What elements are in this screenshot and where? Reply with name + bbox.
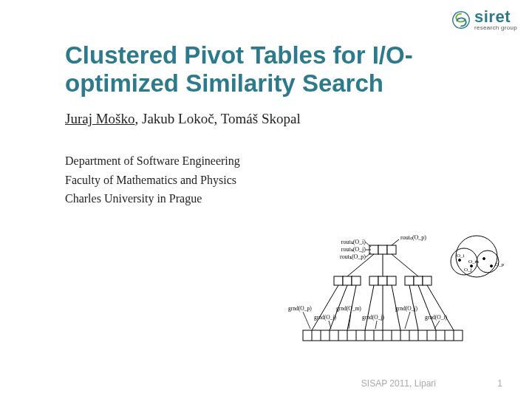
svg-rect-20 — [414, 276, 423, 285]
diagram-label: grnd(O_j) — [362, 314, 384, 321]
footer-venue: SISAP 2011, Lipari — [361, 378, 436, 389]
diagram-label: grnd(O_j) — [395, 305, 417, 312]
svg-line-30 — [427, 285, 454, 330]
logo-name: siret — [474, 9, 517, 25]
svg-line-22 — [312, 285, 338, 330]
logo: siret research group — [451, 9, 517, 31]
svg-rect-15 — [352, 276, 361, 285]
svg-point-6 — [491, 265, 493, 267]
svg-line-29 — [418, 285, 436, 330]
affiliation-line: Charles University in Prague — [65, 189, 240, 208]
svg-rect-17 — [378, 276, 387, 285]
affiliation-line: Department of Software Engineering — [65, 151, 240, 171]
diagram-label: grnd(O_i) — [425, 314, 447, 321]
svg-line-25 — [365, 285, 374, 330]
diagram-label: rout₁(O_j) — [341, 246, 366, 253]
tree-diagram: O_i O_j O_p O_m rout₁(O_i) rout₁(O_j) ro… — [273, 231, 517, 364]
svg-rect-18 — [387, 276, 396, 285]
diagram-label: rout₁(O_i) — [341, 239, 366, 245]
svg-rect-16 — [369, 276, 378, 285]
footer-page: 1 — [497, 378, 502, 389]
svg-point-3 — [459, 259, 461, 262]
diagram-label: grnd(O_i) — [314, 314, 336, 321]
diagram-label: grnd(O_p) — [288, 305, 312, 312]
diagram-label: rout₀(O_p) — [400, 234, 426, 241]
authors: Juraj Moško, Jakub Lokoč, Tomáš Skopal — [65, 111, 301, 127]
svg-line-12 — [392, 254, 418, 276]
diagram-label: O_p — [495, 262, 505, 267]
diagram-label: rout₁(O_p) — [340, 253, 366, 260]
logo-swirl-icon — [451, 10, 471, 30]
affiliation: Department of Software Engineering Facul… — [65, 151, 240, 208]
svg-rect-14 — [343, 276, 352, 285]
other-authors: , Jakub Lokoč, Tomáš Skopal — [134, 111, 300, 126]
svg-rect-13 — [334, 276, 343, 285]
diagram-label: O_m — [468, 259, 480, 265]
diagram-label: O_i — [457, 253, 465, 259]
diagram-label: grnd(O_m) — [336, 305, 361, 312]
affiliation-line: Faculty of Mathematics and Physics — [65, 171, 240, 190]
svg-rect-19 — [405, 276, 414, 285]
primary-author: Juraj Moško — [65, 111, 134, 126]
svg-point-5 — [483, 258, 485, 260]
svg-rect-9 — [387, 245, 396, 254]
slide-title: Clustered Pivot Tables for I/O-optimized… — [65, 41, 502, 98]
diagram-label: O_j — [464, 267, 472, 273]
logo-subtitle: research group — [474, 25, 517, 31]
svg-rect-21 — [423, 276, 432, 285]
svg-rect-8 — [378, 245, 387, 254]
